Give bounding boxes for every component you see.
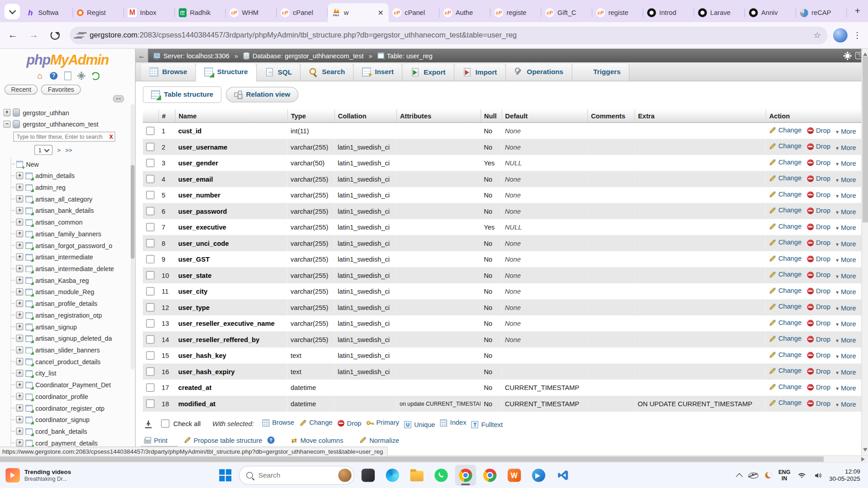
change-link[interactable]: Change [769,254,802,262]
row-checkbox[interactable] [146,255,154,263]
sidebar-recent-button[interactable]: Recent [5,84,38,94]
tab-insert[interactable]: Insert [354,64,403,81]
more-link[interactable]: ▾More [836,352,856,360]
sidebar-table-coordinator_signup[interactable]: +coordinator_signup [11,414,135,426]
vertical-scrollbar-thumb[interactable] [863,56,868,222]
drop-link[interactable]: Drop [807,127,830,134]
browser-tab-authe[interactable]: cPAuthe [439,3,491,22]
sidebar-table-artisan_bank_details[interactable]: +artisan_bank_details [11,205,135,216]
vertical-scrollbar[interactable] [861,49,868,455]
chrome-2-button[interactable] [479,465,500,486]
tree-expander-icon[interactable]: + [16,230,24,237]
browser-tab-registe[interactable]: cPregiste [491,3,542,22]
tree-expander-icon[interactable]: + [16,288,24,296]
drop-link[interactable]: Drop [807,383,830,391]
row-checkbox[interactable] [146,399,154,408]
browser-tab-cpanel[interactable]: cPcPanel [389,3,440,22]
tree-expander-icon[interactable]: + [16,265,24,272]
with-selected-primary-button[interactable]: Primary [366,419,399,427]
tab-triggers[interactable]: Triggers [572,64,630,81]
change-link[interactable]: Change [769,399,802,407]
more-link[interactable]: ▾More [836,336,856,344]
row-checkbox[interactable] [146,352,154,360]
page-link[interactable]: > [57,146,61,153]
browser-tab-gift-c[interactable]: cPGift_C [542,3,593,22]
browser-tab-introd[interactable]: Introd [643,3,694,22]
hidden-icons-chevron[interactable] [736,473,743,480]
refresh-icon[interactable] [91,71,100,80]
change-link[interactable]: Change [769,158,802,166]
vscode-button[interactable] [552,465,574,486]
edge-button[interactable] [382,465,403,486]
more-link[interactable]: ▾More [836,176,856,183]
browser-tab-registe[interactable]: cPregiste [592,3,643,22]
tab-browse[interactable]: Browse [141,64,196,81]
change-link[interactable]: Change [769,286,802,294]
browser-tab-regist[interactable]: Regist [73,3,124,22]
table-structure-button[interactable]: Table structure [143,86,222,103]
row-checkbox[interactable] [146,159,154,167]
sidebar-favorites-button[interactable]: Favorites [41,84,80,94]
new-tab-button[interactable]: + [850,4,865,19]
tree-expander-icon[interactable]: + [16,393,24,400]
drop-link[interactable]: Drop [807,255,830,263]
tab-search-button[interactable] [5,4,20,19]
row-checkbox[interactable] [146,207,154,215]
address-bar[interactable]: gergstore.com:2083/cpsess1440384457/3rdp… [70,26,827,44]
drop-link[interactable]: Drop [807,319,830,327]
more-link[interactable]: ▾More [836,224,856,232]
help-icon[interactable]: ? [49,71,58,80]
row-checkbox[interactable] [146,319,154,328]
more-link[interactable]: ▾More [836,288,856,296]
browser-tab-softwa[interactable]: hSoftwa [22,3,73,22]
with-selected-drop-button[interactable]: Drop [338,419,362,427]
tree-expander-icon[interactable]: + [16,253,24,261]
sidebar-table-artisan_signup[interactable]: +artisan_signup [11,321,135,333]
sidebar-table-artisan_Kasba_reg[interactable]: +artisan_Kasba_reg [11,274,135,286]
volume-icon[interactable] [813,471,822,479]
breadcrumb-table[interactable]: Table: user_reg [377,52,433,59]
with-selected-browse-button[interactable]: Browse [262,419,294,427]
filter-clear-icon[interactable]: X [109,134,113,140]
tree-expander-icon[interactable]: + [16,416,24,423]
drop-link[interactable]: Drop [807,287,830,295]
sidebar-db-gergstor_uthhan[interactable]: +gergstor_uthhan [3,107,135,118]
back-button[interactable]: ← [5,27,21,43]
change-link[interactable]: Change [769,271,802,278]
browser-tab-whm[interactable]: cPWHM [226,3,277,22]
change-link[interactable]: Change [769,303,802,310]
row-checkbox[interactable] [146,335,154,343]
table-filter-input[interactable] [15,133,109,140]
tree-expander-icon[interactable]: + [16,172,24,179]
change-link[interactable]: Change [769,126,802,134]
bookmark-star-icon[interactable]: ☆ [813,30,821,40]
more-link[interactable]: ▾More [836,320,856,328]
start-button[interactable] [215,465,236,486]
tree-expander-icon[interactable]: + [16,439,24,446]
tree-expander-icon[interactable]: + [16,323,24,330]
change-link[interactable]: Change [769,142,802,150]
sidebar-table-artisan_signup_deleted_da[interactable]: +artisan_signup_deleted_da [11,333,135,344]
sidebar-table-artisan_intermediate[interactable]: +artisan_intermediate [11,251,135,263]
tab-operations[interactable]: Operations [506,64,572,81]
change-link[interactable]: Change [769,319,802,326]
reload-button[interactable] [47,27,63,43]
drop-link[interactable]: Drop [807,399,830,407]
row-checkbox[interactable] [146,143,154,151]
normalize-button[interactable]: Normalize [359,436,399,444]
tree-expander-icon[interactable]: + [16,404,24,412]
scroll-down-arrow-icon[interactable] [863,448,868,454]
drop-link[interactable]: Drop [807,367,830,375]
tree-expander-icon[interactable]: + [16,277,24,284]
sidebar-table-cord_bank_details[interactable]: +cord_bank_details [11,426,135,437]
tree-expander-icon[interactable]: + [16,219,24,226]
browser-tab-w[interactable]: w✕ [328,3,389,22]
news-widget[interactable]: Trending videos Breathtaking Dr... [5,468,133,483]
page-settings-icon[interactable] [845,53,850,58]
tree-expander-icon[interactable]: + [16,311,24,319]
sidebar-table-coordinator_register_otp[interactable]: +coordinator_register_otp [11,402,135,414]
with-selected-change-button[interactable]: Change [299,419,333,427]
sidebar-table-cancel_product_details[interactable]: +cancel_product_details [11,356,135,367]
sidebar-scrollbar[interactable] [131,104,135,370]
row-checkbox[interactable] [146,127,154,135]
